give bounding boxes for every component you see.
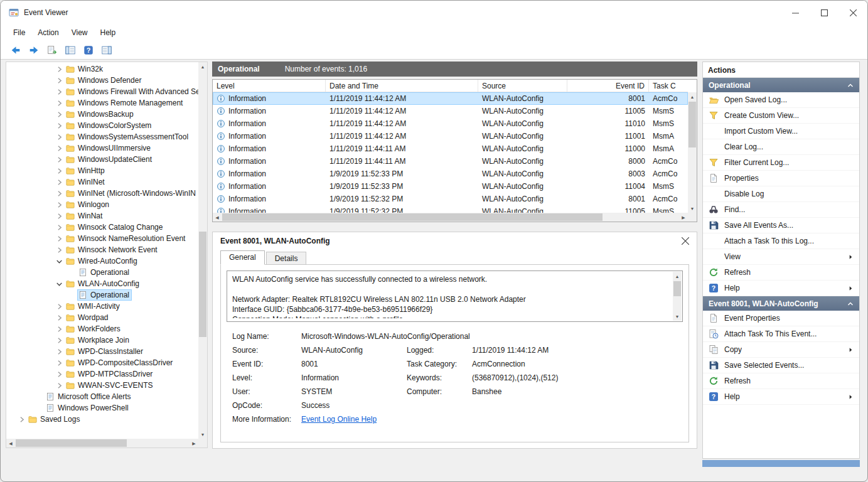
- event-row[interactable]: Information1/9/2019 11:52:32 PMWLAN-Auto…: [213, 193, 688, 205]
- scroll-left-icon[interactable]: ◀: [6, 439, 15, 447]
- chevron-collapsed-icon[interactable]: [55, 382, 63, 390]
- tree-item-wininet-microsoft-windows-winin[interactable]: WinINet (Microsoft-Windows-WinIN: [6, 188, 198, 199]
- tree-item-winlogon[interactable]: Winlogon: [6, 199, 198, 210]
- tree-item-workplace-join[interactable]: Workplace Join: [6, 335, 198, 346]
- tree-horizontal-scrollbar[interactable]: ◀ ▶: [6, 439, 198, 447]
- action-import-custom-view[interactable]: Import Custom View...: [703, 124, 859, 139]
- description-scrollbar[interactable]: ▲ ▼: [673, 272, 682, 321]
- menu-view[interactable]: View: [65, 26, 94, 40]
- event-row[interactable]: Information1/11/2019 11:44:12 AMWLAN-Aut…: [213, 105, 688, 117]
- chevron-collapsed-icon[interactable]: [55, 99, 63, 107]
- action-pane-button[interactable]: [99, 43, 114, 58]
- console-tree-button[interactable]: [63, 43, 78, 58]
- chevron-collapsed-icon[interactable]: [55, 201, 63, 209]
- chevron-collapsed-icon[interactable]: [55, 167, 63, 175]
- chevron-collapsed-icon[interactable]: [55, 212, 63, 220]
- event-row[interactable]: Information1/11/2019 11:44:12 AMWLAN-Aut…: [213, 117, 688, 130]
- chevron-collapsed-icon[interactable]: [55, 314, 63, 322]
- menu-help[interactable]: Help: [94, 26, 122, 40]
- chevron-collapsed-icon[interactable]: [55, 370, 63, 378]
- tree-item-windowssystemassessmenttool[interactable]: WindowsSystemAssessmentTool: [6, 131, 198, 142]
- tree-item-saved-logs[interactable]: Saved Logs: [6, 414, 198, 425]
- tree-item-wwan-svc-events[interactable]: WWAN-SVC-EVENTS: [6, 380, 198, 391]
- scroll-up-icon[interactable]: ▲: [673, 272, 682, 281]
- tree-item-operational[interactable]: Operational: [6, 267, 198, 278]
- menu-file[interactable]: File: [7, 26, 31, 40]
- tree-item-windows-powershell[interactable]: Windows PowerShell: [6, 402, 198, 414]
- chevron-collapsed-icon[interactable]: [55, 178, 63, 186]
- chevron-expanded-icon[interactable]: [55, 280, 63, 288]
- event-row[interactable]: Information1/11/2019 11:44:11 AMWLAN-Aut…: [213, 155, 688, 168]
- scroll-up-icon[interactable]: ▲: [198, 62, 207, 71]
- action-refresh[interactable]: Refresh: [703, 373, 859, 389]
- scroll-thumb[interactable]: [222, 213, 603, 221]
- chevron-collapsed-icon[interactable]: [55, 246, 63, 254]
- action-help[interactable]: ?Help: [703, 389, 859, 405]
- action-attach-task-to-this-event[interactable]: Attach Task To This Event...: [703, 326, 859, 342]
- maximize-button[interactable]: [810, 1, 839, 24]
- tree-item-winhttp[interactable]: WinHttp: [6, 165, 198, 176]
- action-create-custom-view[interactable]: Create Custom View...: [703, 108, 859, 124]
- chevron-collapsed-icon[interactable]: [55, 190, 63, 198]
- chevron-collapsed-icon[interactable]: [55, 65, 63, 73]
- scroll-left-icon[interactable]: ◀: [213, 213, 222, 222]
- chevron-collapsed-icon[interactable]: [55, 77, 63, 85]
- scroll-down-icon[interactable]: ▼: [198, 430, 207, 439]
- tree-item-wlan-autoconfig[interactable]: WLAN-AutoConfig: [6, 278, 198, 289]
- table-vertical-scrollbar[interactable]: ▲ ▼: [688, 92, 697, 213]
- column-header-level[interactable]: Level: [213, 80, 326, 92]
- scroll-thumb[interactable]: [689, 102, 696, 147]
- actions-section-header-operational[interactable]: Operational: [703, 78, 859, 92]
- tree-item-windowsupdateclient[interactable]: WindowsUpdateClient: [6, 154, 198, 165]
- chevron-collapsed-icon[interactable]: [55, 144, 63, 153]
- tree-item-windowsbackup[interactable]: WindowsBackup: [6, 109, 198, 120]
- export-button[interactable]: [45, 43, 60, 58]
- chevron-collapsed-icon[interactable]: [55, 110, 63, 119]
- event-row[interactable]: Information1/11/2019 11:44:12 AMWLAN-Aut…: [213, 92, 688, 105]
- chevron-collapsed-icon[interactable]: [55, 303, 63, 311]
- tree-item-wired-autoconfig[interactable]: Wired-AutoConfig: [6, 255, 198, 267]
- column-header-date-and-time[interactable]: Date and Time: [326, 80, 478, 92]
- action-help[interactable]: ?Help: [703, 281, 859, 296]
- column-header-event-id[interactable]: Event ID: [567, 80, 649, 92]
- back-button[interactable]: [8, 43, 23, 58]
- action-save-selected-events[interactable]: Save Selected Events...: [703, 358, 859, 373]
- tree-item-operational[interactable]: Operational: [6, 289, 198, 301]
- scroll-down-icon[interactable]: ▼: [688, 204, 697, 213]
- tree-item-wpd-classinstaller[interactable]: WPD-ClassInstaller: [6, 346, 198, 357]
- chevron-collapsed-icon[interactable]: [55, 133, 63, 141]
- event-row[interactable]: Information1/11/2019 11:44:12 AMWLAN-Aut…: [213, 130, 688, 142]
- action-properties[interactable]: Properties: [703, 171, 859, 186]
- scroll-thumb[interactable]: [199, 232, 206, 337]
- tree-item-windows-firewall-with-advanced-se[interactable]: Windows Firewall With Advanced Se: [6, 86, 198, 97]
- tree-item-winsock-catalog-change[interactable]: Winsock Catalog Change: [6, 222, 198, 233]
- chevron-collapsed-icon[interactable]: [55, 223, 63, 232]
- tree-item-wordpad[interactable]: Wordpad: [6, 312, 198, 323]
- action-save-all-events-as[interactable]: Save All Events As...: [703, 218, 859, 233]
- scroll-right-icon[interactable]: ▶: [679, 213, 688, 222]
- action-copy[interactable]: Copy: [703, 342, 859, 358]
- tree-item-workfolders[interactable]: WorkFolders: [6, 323, 198, 335]
- scroll-thumb[interactable]: [673, 281, 681, 296]
- action-refresh[interactable]: Refresh: [703, 265, 859, 281]
- menu-action[interactable]: Action: [31, 26, 65, 40]
- tree-item-wpd-compositeclassdriver[interactable]: WPD-CompositeClassDriver: [6, 357, 198, 368]
- help-button[interactable]: ?: [81, 43, 96, 58]
- close-icon[interactable]: [682, 237, 689, 245]
- chevron-expanded-icon[interactable]: [55, 257, 63, 265]
- event-log-online-help-link[interactable]: Event Log Online Help: [301, 415, 680, 424]
- chevron-collapsed-icon[interactable]: [55, 325, 63, 333]
- action-find[interactable]: Find...: [703, 202, 859, 218]
- tree-item-winnat[interactable]: WinNat: [6, 210, 198, 222]
- scroll-right-icon[interactable]: ▶: [190, 439, 198, 447]
- action-filter-current-log[interactable]: Filter Current Log...: [703, 155, 859, 171]
- tree-item-wmi-activity[interactable]: WMI-Activity: [6, 301, 198, 312]
- collapse-icon[interactable]: [847, 301, 854, 306]
- action-clear-log[interactable]: Clear Log...: [703, 139, 859, 155]
- tab-general[interactable]: General: [220, 250, 265, 265]
- minimize-button[interactable]: [781, 1, 810, 24]
- tree-vertical-scrollbar[interactable]: ▲ ▼: [198, 62, 207, 439]
- chevron-collapsed-icon[interactable]: [55, 122, 63, 130]
- tree-item-windowsuiimmersive[interactable]: WindowsUIImmersive: [6, 142, 198, 154]
- action-view[interactable]: View: [703, 249, 859, 265]
